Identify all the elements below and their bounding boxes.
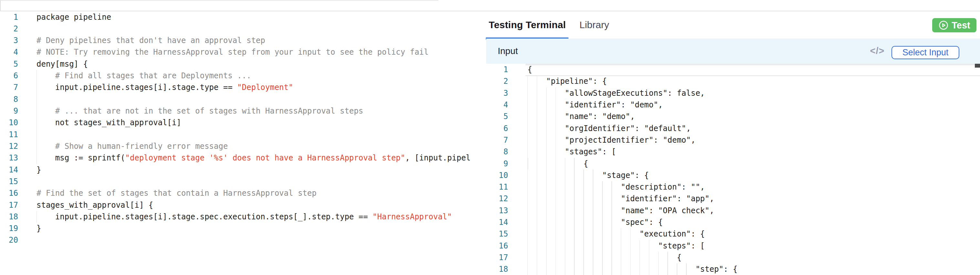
line-number[interactable]: 16	[0, 187, 18, 199]
line-number[interactable]: 4	[486, 99, 508, 110]
code-line[interactable]: 13 "name": "OPA check",	[486, 205, 980, 216]
code-line[interactable]: 3# Deny pipelines that don't have an app…	[0, 35, 471, 46]
line-number[interactable]: 20	[0, 234, 18, 246]
code-line[interactable]: 15	[0, 176, 471, 187]
code-line[interactable]: 2 "pipeline": {	[486, 75, 980, 87]
select-input-button[interactable]: Select Input	[891, 46, 959, 59]
line-number[interactable]: 16	[486, 240, 508, 252]
line-number[interactable]: 3	[0, 35, 18, 46]
token-code: "execution": {	[640, 229, 705, 238]
line-number[interactable]: 14	[0, 164, 18, 176]
line-number[interactable]: 18	[486, 263, 508, 275]
code-line[interactable]: 8	[0, 93, 471, 105]
code-line[interactable]: 11 "description": "",	[486, 181, 980, 193]
code-line[interactable]: 19}	[0, 222, 471, 234]
code-line[interactable]: 13 msg := sprintf("deployment stage '%s'…	[0, 152, 471, 164]
line-number[interactable]: 7	[0, 82, 18, 93]
code-line[interactable]: 3 "allowStageExecutions": false,	[486, 87, 980, 99]
code-line[interactable]: 1package pipeline	[0, 11, 471, 23]
policy-code-editor[interactable]: 1package pipeline23# Deny pipelines that…	[0, 11, 471, 275]
code-line[interactable]: 8 "stages": [	[486, 146, 980, 158]
line-number[interactable]: 9	[486, 158, 508, 169]
line-number[interactable]: 2	[0, 23, 18, 35]
code-line[interactable]: 18 "step": {	[486, 263, 980, 275]
indent-guides	[527, 252, 677, 263]
code-view-icon[interactable]: </>	[868, 43, 886, 59]
line-number[interactable]: 11	[0, 129, 18, 141]
line-number[interactable]: 18	[0, 211, 18, 222]
code-line[interactable]: 12 "identifier": "app",	[486, 193, 980, 205]
line-number[interactable]: 17	[486, 252, 508, 263]
code-line[interactable]: 2	[0, 23, 471, 35]
token-comment: # Show a human-friendly error message	[55, 142, 228, 151]
line-number[interactable]: 13	[486, 205, 508, 216]
code-line[interactable]: 7 input.pipeline.stages[i].stage.type ==…	[0, 82, 471, 93]
line-number[interactable]: 13	[0, 152, 18, 164]
line-number[interactable]: 3	[486, 87, 508, 99]
code-line[interactable]: 10 not stages_with_approval[i]	[0, 117, 471, 128]
token-code: "description": "",	[621, 182, 705, 192]
line-number[interactable]: 17	[0, 199, 18, 211]
tab-testing-terminal[interactable]: Testing Terminal	[486, 11, 568, 39]
line-number[interactable]: 1	[0, 11, 18, 23]
policy-studio-page: { "colors": { "accent_blue": "#2f6bd8", …	[0, 0, 980, 275]
line-number[interactable]: 1	[486, 64, 508, 75]
line-text: # Find all stages that are Deployments .…	[37, 70, 251, 82]
line-number[interactable]: 6	[486, 123, 508, 134]
line-number[interactable]: 12	[0, 141, 18, 152]
line-number[interactable]: 10	[0, 117, 18, 128]
code-line[interactable]: 9 {	[486, 158, 980, 169]
code-line[interactable]: 11	[0, 129, 471, 141]
code-line[interactable]: 15 "execution": {	[486, 228, 980, 240]
indent-guides	[527, 181, 621, 193]
test-button-label: Test	[951, 20, 970, 31]
line-number[interactable]: 8	[0, 93, 18, 105]
token-comment: # NOTE: Try removing the HarnessApproval…	[37, 48, 429, 57]
line-number[interactable]: 5	[486, 110, 508, 122]
line-number[interactable]: 7	[486, 134, 508, 146]
input-json-editor[interactable]: 1{2 "pipeline": {3 "allowStageExecutions…	[486, 64, 980, 275]
indent-guides	[527, 193, 621, 205]
code-line[interactable]: 14}	[0, 164, 471, 176]
code-line[interactable]: 5 "name": "demo",	[486, 110, 980, 122]
line-number[interactable]: 15	[0, 176, 18, 187]
line-text: "identifier": "demo",	[527, 99, 663, 110]
code-line[interactable]: 17stages_with_approval[i] {	[0, 199, 471, 211]
line-number[interactable]: 2	[486, 75, 508, 87]
code-line[interactable]: 10 "stage": {	[486, 169, 980, 181]
line-number[interactable]: 8	[486, 146, 508, 158]
line-number[interactable]: 10	[486, 169, 508, 181]
line-number[interactable]: 15	[486, 228, 508, 240]
line-number[interactable]: 6	[0, 70, 18, 82]
code-line[interactable]: 1{	[486, 64, 980, 75]
indent-guides	[527, 99, 565, 110]
line-text: "description": "",	[527, 181, 705, 193]
line-number[interactable]: 19	[0, 222, 18, 234]
test-button[interactable]: Test	[932, 18, 977, 32]
code-line[interactable]: 14 "spec": {	[486, 216, 980, 228]
code-line[interactable]: 4# NOTE: Try removing the HarnessApprova…	[0, 46, 471, 58]
code-line[interactable]: 17 {	[486, 252, 980, 263]
line-number[interactable]: 12	[486, 193, 508, 205]
code-line[interactable]: 7 "projectIdentifier": "demo",	[486, 134, 980, 146]
line-text: "stage": {	[527, 169, 649, 181]
tab-library[interactable]: Library	[568, 11, 620, 39]
code-line[interactable]: 12 # Show a human-friendly error message	[0, 141, 471, 152]
line-number[interactable]: 11	[486, 181, 508, 193]
overview-ruler-cursor-marker	[975, 64, 980, 68]
code-line[interactable]: 6 "orgIdentifier": "default",	[486, 123, 980, 134]
line-text: "steps": [	[527, 240, 705, 252]
line-number[interactable]: 14	[486, 216, 508, 228]
code-line[interactable]: 20	[0, 234, 471, 246]
code-line[interactable]: 16# Find the set of stages that contain …	[0, 187, 471, 199]
line-number[interactable]: 5	[0, 58, 18, 70]
line-number[interactable]: 4	[0, 46, 18, 58]
code-line[interactable]: 9 # ... that are not in the set of stage…	[0, 105, 471, 117]
code-line[interactable]: 18 input.pipeline.stages[i].stage.spec.e…	[0, 211, 471, 222]
token-string: "Deployment"	[237, 83, 293, 92]
code-line[interactable]: 4 "identifier": "demo",	[486, 99, 980, 110]
code-line[interactable]: 6 # Find all stages that are Deployments…	[0, 70, 471, 82]
line-number[interactable]: 9	[0, 105, 18, 117]
code-line[interactable]: 5deny[msg] {	[0, 58, 471, 70]
code-line[interactable]: 16 "steps": [	[486, 240, 980, 252]
